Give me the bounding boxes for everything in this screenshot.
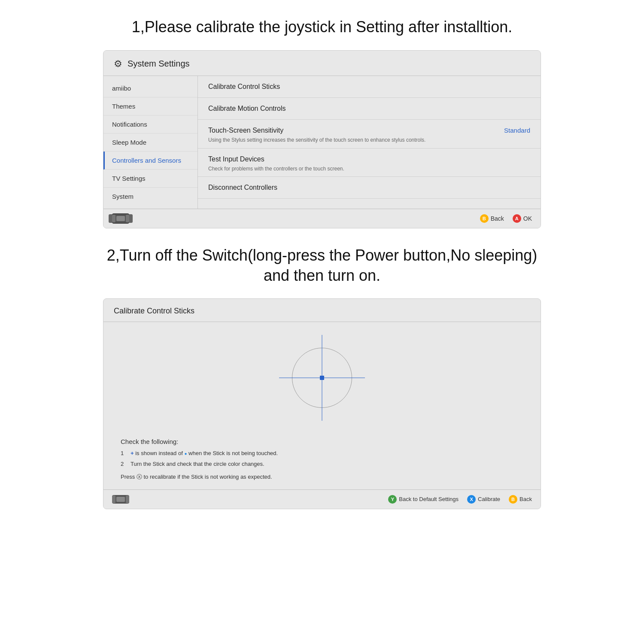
plus-icon: + xyxy=(131,450,134,456)
svg-rect-3 xyxy=(116,216,125,221)
console-icon xyxy=(112,213,129,224)
instruction-2: 2,Turn off the Switch(long-press the Pow… xyxy=(103,246,541,286)
check-item-1: 1 + is shown instead of ● when the Stick… xyxy=(121,450,523,457)
calibrate-back-button[interactable]: B Back xyxy=(509,495,532,504)
calibrate-body xyxy=(103,322,541,434)
content-test-input[interactable]: Test Input Devices Check for problems wi… xyxy=(198,149,541,177)
svg-rect-6 xyxy=(126,495,129,503)
calibrate-screen: Calibrate Control Sticks Check the follo… xyxy=(103,298,541,509)
crosshair-center-dot xyxy=(320,376,324,380)
back-to-default-label: Back to Default Settings xyxy=(399,496,459,502)
settings-body: amiibo Themes Notifications Sleep Mode C… xyxy=(103,76,541,209)
calibrate-label: Calibrate xyxy=(478,496,500,502)
svg-rect-5 xyxy=(112,495,115,503)
back-to-default-button[interactable]: Y Back to Default Settings xyxy=(388,495,459,504)
settings-footer: B Back A OK xyxy=(103,209,541,228)
a-button-icon: A xyxy=(513,214,521,223)
calibrate-title: Calibrate Control Sticks xyxy=(114,307,194,315)
sidebar-item-tv-settings[interactable]: TV Settings xyxy=(103,170,197,188)
svg-rect-2 xyxy=(126,215,129,222)
sidebar-item-sleep-mode[interactable]: Sleep Mode xyxy=(103,134,197,152)
check-item-2: 2 Turn the Stick and check that the circ… xyxy=(121,460,523,468)
back-button[interactable]: B Back xyxy=(480,214,504,223)
b-button-icon-2: B xyxy=(509,495,517,504)
calibrate-footer-buttons: Y Back to Default Settings X Calibrate B… xyxy=(388,495,532,504)
sidebar-item-system[interactable]: System xyxy=(103,188,197,205)
content-disconnect[interactable]: Disconnect Controllers xyxy=(198,177,541,199)
ok-button[interactable]: A OK xyxy=(513,214,532,223)
settings-content: Calibrate Control Sticks Calibrate Motio… xyxy=(198,76,541,209)
content-touchscreen[interactable]: Touch-Screen Sensitivity Standard Using … xyxy=(198,120,541,149)
settings-title: System Settings xyxy=(128,59,190,69)
dot-icon: ● xyxy=(184,451,187,456)
calibrate-info: Check the following: 1 + is shown instea… xyxy=(103,434,541,489)
settings-header: ⚙ System Settings xyxy=(103,51,541,76)
crosshair-container xyxy=(279,335,365,421)
sidebar-item-controllers[interactable]: Controllers and Sensors xyxy=(103,152,197,170)
calibrate-console-icon xyxy=(112,494,129,504)
calibrate-back-label: Back xyxy=(519,496,532,502)
check-title: Check the following: xyxy=(121,438,523,445)
content-calibrate-motion[interactable]: Calibrate Motion Controls xyxy=(198,98,541,120)
content-calibrate-sticks[interactable]: Calibrate Control Sticks xyxy=(198,76,541,98)
instruction-1: 1,Please calibrate the joystick in Setti… xyxy=(103,17,541,37)
svg-rect-1 xyxy=(112,215,115,222)
footer-buttons: B Back A OK xyxy=(480,214,532,223)
ok-label: OK xyxy=(523,215,532,222)
back-label: Back xyxy=(491,215,504,222)
gear-icon: ⚙ xyxy=(114,58,122,70)
sidebar-item-themes[interactable]: Themes xyxy=(103,97,197,115)
x-button-icon: X xyxy=(467,495,476,504)
settings-sidebar: amiibo Themes Notifications Sleep Mode C… xyxy=(103,76,198,209)
console-icon-area xyxy=(112,213,129,224)
calibrate-button[interactable]: X Calibrate xyxy=(467,495,500,504)
sidebar-item-amiibo[interactable]: amiibo xyxy=(103,79,197,97)
b-button-icon: B xyxy=(480,214,489,223)
calibrate-footer: Y Back to Default Settings X Calibrate B… xyxy=(103,489,541,509)
y-button-icon: Y xyxy=(388,495,397,504)
settings-screen: ⚙ System Settings amiibo Themes Notifica… xyxy=(103,50,541,228)
calibrate-header: Calibrate Control Sticks xyxy=(103,299,541,322)
svg-rect-7 xyxy=(116,497,125,502)
calibrate-press-text: Press ⓧ to recalibrate if the Stick is n… xyxy=(121,473,523,481)
sidebar-item-notifications[interactable]: Notifications xyxy=(103,115,197,134)
